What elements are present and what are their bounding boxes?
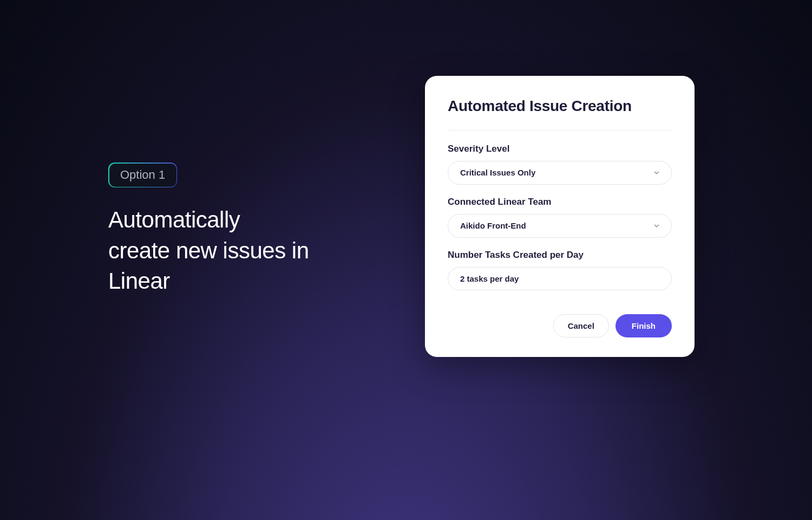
tasks-input[interactable] [448,267,672,290]
automated-issue-modal: Automated Issue Creation Severity Level … [425,76,695,357]
finish-button[interactable]: Finish [615,314,672,337]
hero-line-3: Linear [108,268,170,294]
tasks-field-group: Number Tasks Created per Day [448,250,672,290]
chevron-down-icon [652,168,662,178]
modal-divider [448,130,672,131]
chevron-down-icon [652,221,662,231]
severity-field-group: Severity Level Critical Issues Only [448,144,672,185]
hero-line-2: create new issues in [108,238,309,263]
hero-section: Option 1 Automatically create new issues… [108,162,309,297]
severity-value: Critical Issues Only [460,168,535,177]
team-field-group: Connected Linear Team Aikido Front-End [448,197,672,238]
option-pill-label: Option 1 [120,168,165,181]
cancel-button[interactable]: Cancel [553,314,609,337]
hero-heading: Automatically create new issues in Linea… [108,205,309,297]
modal-footer: Cancel Finish [448,314,672,337]
team-label: Connected Linear Team [448,197,672,207]
hero-line-1: Automatically [108,207,240,232]
option-pill: Option 1 [108,162,177,187]
tasks-label: Number Tasks Created per Day [448,250,672,261]
modal-title: Automated Issue Creation [448,98,672,115]
team-value: Aikido Front-End [460,221,526,230]
team-select[interactable]: Aikido Front-End [448,214,672,238]
severity-select[interactable]: Critical Issues Only [448,161,672,185]
severity-label: Severity Level [448,144,672,154]
